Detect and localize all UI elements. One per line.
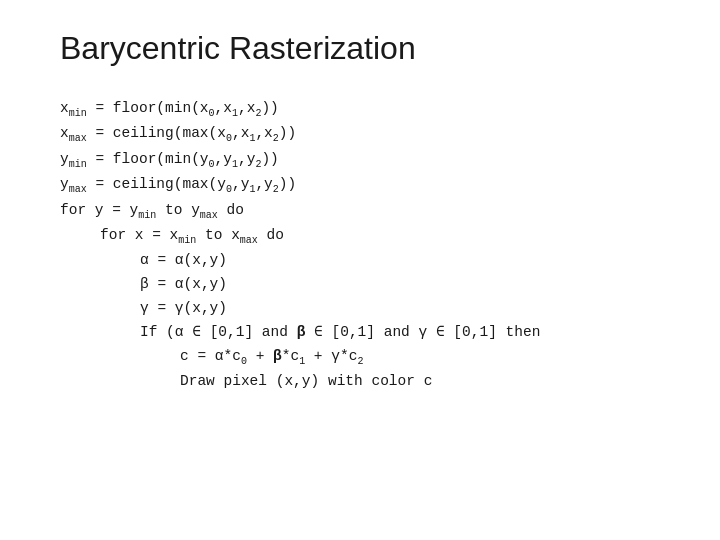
- code-line-2: xmax = ceiling(max(x0,x1,x2)): [60, 122, 660, 147]
- code-line-8: β = α(x,y): [60, 273, 660, 297]
- code-line-5: for y = ymin to ymax do: [60, 199, 660, 224]
- code-line-11: c = α*c0 + β*c1 + γ*c2: [60, 345, 660, 370]
- page: Barycentric Rasterization xmin = floor(m…: [0, 0, 720, 540]
- code-line-10: If (α ∈ [0,1] and β ∈ [0,1] and γ ∈ [0,1…: [60, 321, 660, 345]
- code-line-1: xmin = floor(min(x0,x1,x2)): [60, 97, 660, 122]
- code-line-7: α = α(x,y): [60, 249, 660, 273]
- page-title: Barycentric Rasterization: [60, 30, 660, 67]
- code-line-12: Draw pixel (x,y) with color c: [60, 370, 660, 394]
- code-block: xmin = floor(min(x0,x1,x2)) xmax = ceili…: [60, 97, 660, 394]
- code-line-9: γ = γ(x,y): [60, 297, 660, 321]
- code-line-4: ymax = ceiling(max(y0,y1,y2)): [60, 173, 660, 198]
- code-line-3: ymin = floor(min(y0,y1,y2)): [60, 148, 660, 173]
- code-line-6: for x = xmin to xmax do: [60, 224, 660, 249]
